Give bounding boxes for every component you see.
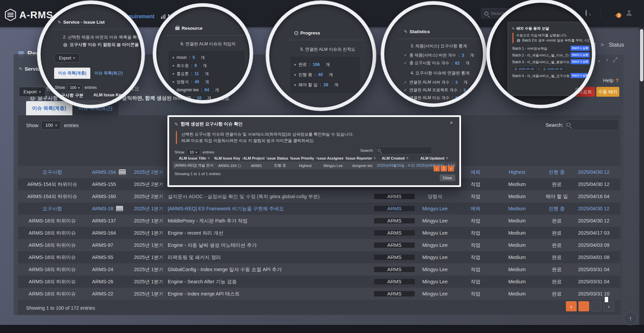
tab-issue-list-hierarchy[interactable]: 이슈 목록(계층)	[26, 101, 72, 115]
cell-priority: Medium	[496, 182, 538, 187]
modal-table-row[interactable]: [ARMS-REQ] 개발 문서 작성 ARMS-154 ARMS 진행 중 H…	[172, 162, 456, 169]
close-icon[interactable]: ×	[450, 120, 453, 125]
table-row[interactable]: 요구사항 ARMS-18 2025년 1분기 [ARMS-REQ] ES Fra…	[18, 203, 620, 215]
progress-status-list: 완료 : 106 개 진행 중 : 40 개 해야 할 일 : 28 개	[290, 57, 360, 93]
pagination-next-button[interactable]: ›	[603, 301, 614, 311]
cell-updated: 2025/04/17 03	[575, 230, 620, 236]
breadcrumb-current: Status	[609, 42, 624, 48]
cell-title: Engine - 자동 날짜 생성 어노테이션 추가	[163, 242, 374, 248]
cell-version: 2025년 1분기	[132, 291, 163, 297]
pagination-page-button[interactable]	[591, 301, 602, 311]
cell-version: 2025년 1분기	[132, 279, 163, 285]
cell-category: ARMS-18의 하위이슈	[18, 266, 87, 273]
entries-select[interactable]: 100 ▾	[67, 84, 83, 91]
cell-version: 2025년 2분기	[132, 181, 163, 188]
cell-assignee: Mingyu Lee	[415, 206, 455, 211]
cell-title: 리팩토링 및 패키지 정리	[163, 254, 374, 261]
cell-title: 설치문서 ADOC - 설정파일 확인 및 수정 (특히 gitea globa…	[163, 193, 374, 200]
scrollbar-thumb[interactable]	[640, 29, 643, 81]
issue-detail-icon[interactable]	[119, 169, 126, 175]
cell-issue-type: 작업	[455, 193, 496, 200]
modal-column-header[interactable]: Issue Assignee ⇅	[318, 156, 347, 160]
modal-close-button[interactable]: Close	[440, 174, 455, 181]
cell-status: 완료	[538, 291, 575, 297]
chevron-right-icon[interactable]: ›	[606, 56, 608, 64]
cell-status: 진행 중	[538, 206, 575, 212]
table-row[interactable]: ARMS-18의 하위이슈 ARMS-22 2025년 1분기 Engine -…	[18, 288, 620, 300]
expand-icon[interactable]: ⤢	[613, 56, 618, 64]
list-item: moon : 5 개	[172, 53, 241, 62]
modal-column-header[interactable]: ALM Issue Key ▲	[214, 156, 244, 160]
date-from-input[interactable]: 2025-04-30	[512, 66, 536, 72]
modal-pagination-prev[interactable]: ‹	[434, 166, 440, 171]
batch-run-button[interactable]: Batch 2 실행	[571, 52, 590, 57]
cell-priority: Medium	[496, 291, 538, 296]
info-icon: i	[517, 39, 520, 42]
modal-entries-select[interactable]: 10 ▾	[187, 149, 200, 156]
brand[interactable]: A-RMS	[5, 9, 53, 21]
modal-pagination-next[interactable]: ›	[448, 166, 454, 171]
cell-title: GlobalConfig - Index merge 일자 수동 조절 API …	[163, 266, 374, 273]
modal-search-input[interactable]	[376, 147, 432, 154]
entries-select[interactable]: 100 ▾	[41, 121, 61, 130]
cell-issue-key: ARMS-97	[87, 242, 132, 248]
tab-issue-list-hierarchy[interactable]: 이슈 목록(계층)	[54, 68, 90, 79]
cell-updated: 2025/04/30 12	[575, 218, 620, 223]
batch-run-button[interactable]: Batch 1 실행	[571, 46, 590, 51]
cell-issue-type: 작업	[455, 266, 496, 273]
export-button[interactable]: Export ▾	[54, 53, 80, 63]
modal-column-header[interactable]: ALM Issue Title ⇅	[175, 156, 214, 160]
stat-item: ✓ 연결된 ALM 프로젝트 개수 : 3 개	[404, 86, 476, 94]
notification-badge: 3	[616, 13, 621, 18]
table-search-input[interactable]	[567, 119, 619, 130]
tab-issue-list-recent[interactable]: 이슈 목록(최근)	[90, 68, 127, 79]
batch-run-button[interactable]: Batch 3 실행	[571, 59, 590, 64]
manual-batch-button[interactable]: 수동 배치	[596, 87, 619, 97]
link-icon[interactable]	[238, 164, 241, 167]
check-icon: ✓	[404, 80, 407, 85]
help-link[interactable]: Help?	[603, 77, 619, 83]
cell-priority: Medium	[496, 242, 538, 248]
cell-priority: Medium	[496, 267, 538, 272]
export-button[interactable]: Export ▾	[19, 87, 45, 97]
chevron-down-icon[interactable]: ⌄	[597, 56, 601, 64]
edit-icon: ✎	[512, 27, 514, 30]
table-row[interactable]: ARMS-18의 하위이슈 ARMS-26 2025년 1분기 Engine -…	[18, 276, 620, 288]
table-row[interactable]: ARMS-18의 하위이슈 ARMS-55 2025년 1분기 리팩토링 및 패…	[18, 251, 620, 263]
pagination-page-button[interactable]	[578, 301, 589, 311]
batch-item: Batch 1 - 서버정보백업 Batch 1 실행	[512, 46, 590, 51]
modal-column-header[interactable]: ALM Project ⇅	[244, 156, 268, 160]
table-row[interactable]: ARMS-18의 하위이슈 ARMS-97 2025년 1분기 Engine -…	[18, 239, 620, 251]
date-to-input[interactable]: 2025-04-30	[541, 66, 565, 72]
cell-project: ARMS	[374, 230, 415, 236]
modal-column-header[interactable]: ALM Created ⇅	[375, 156, 415, 160]
table-row[interactable]: ARMS-18의 하위이슈 ARMS-137 2025년 1분기 MiddleP…	[18, 215, 620, 227]
cell-category: ARMS-18의 하위이슈	[18, 279, 87, 285]
search-button[interactable]	[585, 10, 587, 16]
pagination-prev-button[interactable]: ‹	[566, 301, 577, 311]
table-row[interactable]: ARMS-18의 하위이슈 ARMS-24 2025년 1분기 GlobalCo…	[18, 263, 620, 276]
cell-priority: Medium	[496, 194, 538, 199]
table-row[interactable]: ARMS-154의 하위이슈 ARMS-160 2025년 2분기 설치문서 A…	[18, 190, 620, 203]
modal-column-header[interactable]: Issue Status ⇅	[268, 156, 291, 160]
batch-run-button[interactable]: Batch 4 실행	[571, 73, 590, 78]
magnified-tabs: 이슈 목록(계층) 이슈 목록(최근)	[54, 68, 127, 79]
modal-column-header[interactable]: ALM Updated ⇅	[415, 156, 454, 160]
table-row[interactable]: ARMS-18의 하위이슈 ARMS-164 2025년 1분기 Engine …	[18, 227, 620, 239]
modal-pagination: ‹ 1 ›	[434, 166, 454, 171]
scroll-to-top-button[interactable]: ↑	[624, 312, 637, 325]
cell-version: 2025년 1분기	[132, 230, 163, 236]
modal-show-entries: Show 10 ▾ entries	[175, 149, 214, 156]
cell-issue-type: 작업	[455, 230, 496, 236]
page-scrollbar[interactable]	[639, 27, 644, 325]
table-scrollbar-thumb[interactable]	[605, 297, 608, 302]
cell-project: ARMS	[374, 255, 415, 260]
cell-issue-type: 작업	[455, 254, 496, 261]
batch-modal: ✎ 배치 수동 동작 모달 × 수동으로 직접 배치를 실행합니다. i Bat…	[507, 22, 593, 96]
modal-column-header[interactable]: Issue Priority ⇅	[291, 156, 318, 160]
cell-issue-key: ARMS-160	[87, 194, 132, 199]
modal-column-header[interactable]: Issue Reporter ⇅	[346, 156, 375, 160]
modal-pagination-page-1[interactable]: 1	[441, 166, 447, 171]
cell-issue-type: 작업	[455, 279, 496, 285]
issue-detail-icon[interactable]	[116, 206, 123, 211]
